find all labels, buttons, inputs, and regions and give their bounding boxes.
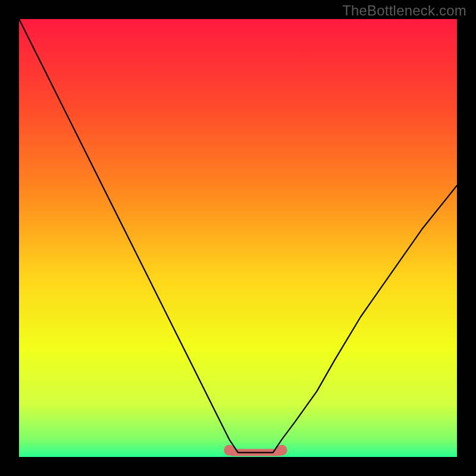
- chart-frame: TheBottleneck.com: [0, 0, 476, 476]
- gradient-rect: [19, 19, 457, 457]
- chart-svg: [19, 19, 457, 457]
- watermark-label: TheBottleneck.com: [342, 2, 466, 19]
- plot-area: [19, 19, 457, 457]
- flat-region-cap-left: [224, 445, 234, 456]
- flat-region-cap-right: [277, 445, 287, 456]
